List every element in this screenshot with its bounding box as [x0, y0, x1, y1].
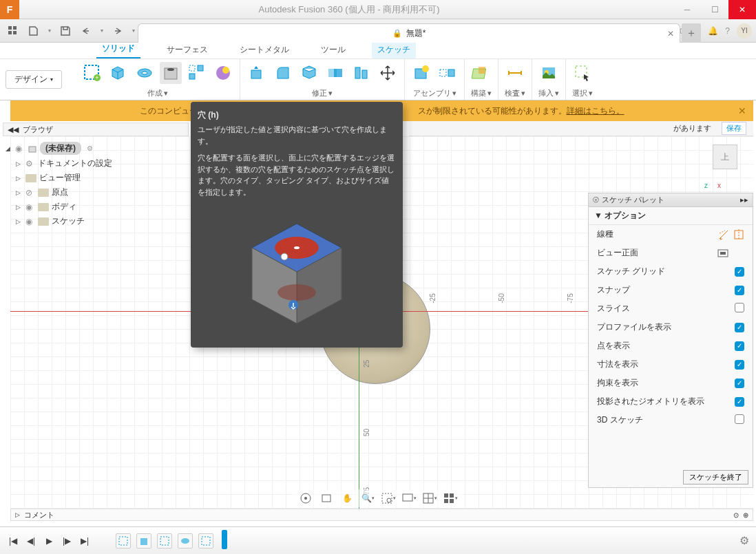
- hole-button[interactable]: [160, 62, 182, 84]
- palette-header[interactable]: ⦾スケッチ パレット▸▸: [589, 193, 753, 207]
- tree-root[interactable]: ◢◉ (未保存) ⚙: [6, 140, 186, 156]
- warning-close-icon[interactable]: ✕: [738, 105, 746, 116]
- save-button[interactable]: [56, 22, 74, 40]
- shell-button[interactable]: [298, 62, 320, 84]
- joint-button[interactable]: [437, 62, 459, 84]
- pin-icon[interactable]: ▸▸: [740, 195, 748, 204]
- minimize-button[interactable]: ─: [673, 0, 701, 19]
- tree-sketches[interactable]: ▷◉スケッチ: [6, 214, 186, 228]
- save-link[interactable]: 保存: [722, 122, 746, 135]
- tab-surface[interactable]: サーフェス: [161, 41, 213, 58]
- 3dsketch-checkbox[interactable]: [735, 414, 744, 424]
- file-button[interactable]: [25, 22, 43, 40]
- redo-button[interactable]: [109, 22, 127, 40]
- timeline-feature-1[interactable]: [116, 533, 131, 548]
- timeline-feature-2[interactable]: [136, 533, 151, 548]
- tooltip-desc1: ユーザが指定した値と選択内容に基づいて穴を作成します。: [198, 124, 396, 147]
- undo-button[interactable]: [77, 22, 95, 40]
- bell-icon[interactable]: 🔔: [708, 26, 718, 36]
- tree-bodies[interactable]: ▷◉ボディ: [6, 200, 186, 214]
- new-tab-button[interactable]: ＋: [682, 23, 701, 43]
- points-checkbox[interactable]: ✓: [735, 341, 744, 351]
- orbit-button[interactable]: [298, 491, 313, 506]
- lookat-nav-button[interactable]: [319, 491, 334, 506]
- tab-sketch[interactable]: スケッチ: [372, 41, 416, 58]
- display-button[interactable]: ▾: [401, 491, 417, 506]
- pattern-button[interactable]: [186, 62, 208, 84]
- extrude-button[interactable]: [107, 62, 129, 84]
- gear-icon[interactable]: ⚙: [87, 145, 93, 152]
- combine-button[interactable]: [324, 62, 346, 84]
- fillet-button[interactable]: [272, 62, 294, 84]
- tab-sheetmetal[interactable]: シートメタル: [234, 41, 295, 58]
- redo-dropdown[interactable]: ▾: [129, 28, 138, 34]
- profile-checkbox[interactable]: ✓: [735, 323, 744, 332]
- svg-rect-51: [444, 493, 448, 498]
- svg-point-40: [294, 246, 300, 249]
- grid-checkbox[interactable]: ✓: [735, 267, 744, 277]
- revolve-button[interactable]: [134, 62, 156, 84]
- align-button[interactable]: [350, 62, 372, 84]
- comment-bar[interactable]: ▷ コメント ⊙ ⊕: [10, 509, 753, 521]
- pan-button[interactable]: ✋: [339, 491, 355, 506]
- tree-origin[interactable]: ▷⊘原点: [6, 185, 186, 200]
- timeline-marker[interactable]: [222, 530, 227, 549]
- viewcube[interactable]: 上 z x: [708, 145, 742, 179]
- svg-rect-30: [29, 147, 36, 152]
- viewport-button[interactable]: ▾: [443, 491, 458, 506]
- group-assemble: アセンブリ ▾: [405, 59, 465, 100]
- timeline-play-button[interactable]: ▶: [43, 535, 55, 547]
- timeline-feature-5[interactable]: [198, 533, 213, 548]
- svg-rect-57: [160, 537, 169, 545]
- timeline-stepfwd-button[interactable]: |▶: [61, 535, 73, 547]
- collapse-icon[interactable]: ◀◀: [8, 125, 19, 134]
- svg-point-41: [277, 284, 316, 301]
- tab-tools[interactable]: ツール: [315, 41, 351, 58]
- slice-checkbox[interactable]: [735, 303, 744, 312]
- svg-rect-26: [479, 67, 485, 74]
- help-icon[interactable]: ?: [725, 26, 730, 36]
- timeline-end-button[interactable]: ▶|: [78, 535, 91, 547]
- snap-checkbox[interactable]: ✓: [735, 286, 744, 295]
- form-button[interactable]: [212, 62, 234, 84]
- maximize-button[interactable]: ☐: [701, 0, 728, 19]
- move-button[interactable]: [377, 62, 399, 84]
- close-button[interactable]: ✕: [728, 0, 756, 19]
- fit-button[interactable]: ▾: [381, 491, 396, 506]
- timeline-feature-3[interactable]: [157, 533, 172, 548]
- insert-button[interactable]: [538, 62, 560, 84]
- zoom-button[interactable]: 🔍▾: [360, 491, 375, 506]
- presspull-button[interactable]: [246, 62, 268, 84]
- finish-sketch-button[interactable]: スケッチを終了: [683, 470, 748, 484]
- tree-docsettings[interactable]: ▷⚙ドキュメントの設定: [6, 156, 186, 171]
- plane-button[interactable]: [470, 62, 492, 84]
- undo-dropdown[interactable]: ▾: [98, 28, 106, 34]
- browser-header[interactable]: ◀◀ ブラウザ: [3, 122, 189, 136]
- timeline-stepback-button[interactable]: ◀|: [25, 535, 37, 547]
- projected-checkbox[interactable]: ✓: [735, 397, 744, 407]
- svg-point-15: [222, 67, 229, 74]
- user-avatar[interactable]: YI: [737, 23, 752, 39]
- warning-link[interactable]: 詳細はこちら。: [567, 105, 624, 117]
- select-button[interactable]: [571, 62, 594, 84]
- dims-checkbox[interactable]: ✓: [735, 360, 744, 370]
- tab-solid[interactable]: ソリッド: [96, 40, 140, 58]
- centerline-icon[interactable]: [733, 229, 744, 240]
- timeline-feature-4[interactable]: [178, 533, 193, 548]
- document-tab[interactable]: 🔒 無題* ✕: [138, 23, 680, 43]
- lookat-button[interactable]: [717, 248, 729, 259]
- file-dropdown[interactable]: ▾: [45, 28, 54, 34]
- tab-close-icon[interactable]: ✕: [667, 29, 674, 39]
- timeline-start-button[interactable]: |◀: [7, 535, 19, 547]
- workspace-switcher[interactable]: デザイン▾: [6, 70, 62, 89]
- grid-nav-button[interactable]: ▾: [422, 491, 437, 506]
- new-component-button[interactable]: [410, 62, 432, 84]
- tree-views[interactable]: ▷ビュー管理: [6, 171, 186, 185]
- construction-line-icon[interactable]: [718, 229, 729, 240]
- constraints-checkbox[interactable]: ✓: [735, 379, 744, 388]
- palette-section[interactable]: ▼ オプション: [589, 207, 753, 225]
- new-sketch-button[interactable]: +: [81, 62, 103, 84]
- data-panel-button[interactable]: [4, 22, 22, 40]
- timeline-settings-icon[interactable]: ⚙: [739, 534, 749, 547]
- measure-button[interactable]: [504, 62, 526, 84]
